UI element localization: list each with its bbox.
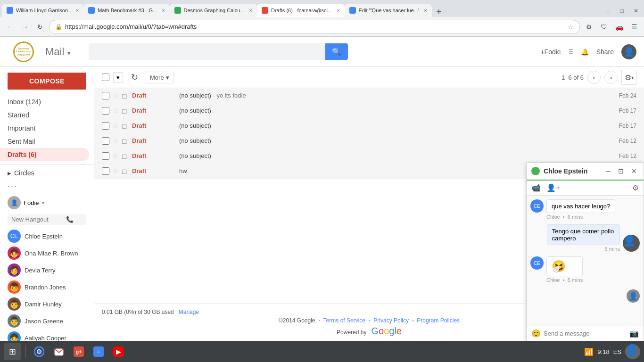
- hangout-phone-icon: 📞: [66, 216, 74, 223]
- program-link[interactable]: Program Policies: [417, 317, 460, 324]
- row-checkbox-5[interactable]: [102, 152, 109, 160]
- tab-close-1[interactable]: ×: [76, 8, 79, 13]
- more-btn[interactable]: More ▾: [146, 72, 173, 83]
- forward-btn[interactable]: →: [19, 21, 31, 33]
- user-avatar[interactable]: 👤: [621, 44, 636, 59]
- chat-close-btn[interactable]: ✕: [629, 166, 639, 176]
- settings-gear-btn[interactable]: ⚙ ▾: [621, 70, 636, 85]
- contact-aaliyah[interactable]: 👧 Aaliyah Cooper: [5, 329, 89, 341]
- tab-favicon-4: [262, 7, 268, 14]
- maximize-btn[interactable]: □: [616, 5, 628, 17]
- close-window-btn[interactable]: ✕: [630, 5, 642, 17]
- refresh-btn[interactable]: ↻: [127, 70, 142, 85]
- compose-button[interactable]: COMPOSE: [8, 73, 86, 90]
- sidebar-item-starred[interactable]: Starred: [0, 108, 89, 122]
- chat-minimize-btn[interactable]: ─: [604, 166, 612, 176]
- tab-2[interactable]: Math Benchmark #3 - G... ×: [83, 4, 169, 17]
- tab-close-3[interactable]: ×: [249, 8, 252, 13]
- manage-link[interactable]: Manage: [179, 309, 199, 315]
- tab-4[interactable]: Drafts (6) - fcamara@sci... ×: [257, 4, 345, 17]
- row-checkbox-3[interactable]: [102, 122, 109, 130]
- email-row[interactable]: ☆ ◻ Draft (no subject) Feb 12: [94, 148, 644, 164]
- bookmark-star-icon[interactable]: ☆: [568, 23, 574, 31]
- extensions-btn[interactable]: ⚙: [583, 21, 595, 33]
- search-input[interactable]: [89, 44, 325, 59]
- star-icon-6[interactable]: ☆: [112, 166, 119, 175]
- star-icon-4[interactable]: ☆: [112, 136, 119, 145]
- chat-message-input[interactable]: [544, 330, 627, 337]
- tab-5[interactable]: Edit '"Que vas hacer lue...' ×: [345, 4, 432, 17]
- terms-link[interactable]: Terms of Service: [323, 317, 365, 324]
- browser-controls: ← → ↻ 🔒 https://mail.google.com/mail/u/0…: [0, 17, 644, 37]
- chat-camera-btn[interactable]: 📷: [629, 329, 639, 338]
- row-checkbox-4[interactable]: [102, 137, 109, 145]
- sidebar-item-inbox[interactable]: Inbox (124): [0, 95, 89, 108]
- star-icon-5[interactable]: ☆: [112, 151, 119, 160]
- email-row[interactable]: ☆ ◻ Draft (no subject) Feb 12: [94, 133, 644, 148]
- star-icon-1[interactable]: ☆: [112, 91, 119, 100]
- tab-close-2[interactable]: ×: [162, 8, 165, 13]
- contact-damir[interactable]: 👨 Damir Hunley: [5, 296, 89, 313]
- tab-close-4[interactable]: ×: [337, 8, 339, 13]
- tag-icon-1[interactable]: ◻: [122, 92, 127, 99]
- settings-btn[interactable]: ☰: [628, 21, 640, 33]
- sidebar-item-important[interactable]: Important: [0, 122, 89, 135]
- back-btn[interactable]: ←: [4, 21, 16, 33]
- search-input-wrap: 🔍: [89, 43, 348, 60]
- new-hangout-input[interactable]: [11, 216, 63, 223]
- star-icon-2[interactable]: ☆: [112, 106, 119, 115]
- add-person-btn[interactable]: 👤+: [545, 182, 561, 193]
- shield-icon[interactable]: 🛡: [598, 21, 610, 33]
- tag-icon-2[interactable]: ◻: [122, 107, 127, 115]
- bubble-emoji-3: 🤧: [546, 256, 583, 276]
- tag-icon-6[interactable]: ◻: [122, 167, 127, 175]
- tag-icon-3[interactable]: ◻: [122, 122, 127, 130]
- next-page-btn[interactable]: ›: [604, 71, 618, 84]
- new-tab-btn[interactable]: +: [434, 7, 445, 17]
- email-row[interactable]: ☆ ◻ Draft (no subject) - yo its fodie Fe…: [94, 88, 644, 103]
- reload-btn[interactable]: ↻: [34, 21, 46, 33]
- contact-ona[interactable]: 👧 Ona Miae R. Brown: [5, 245, 89, 262]
- star-icon-3[interactable]: ☆: [112, 121, 119, 130]
- tab-1[interactable]: William Lloyd Garrison - ×: [2, 4, 83, 17]
- email-row[interactable]: ☆ ◻ Draft (no subject) Feb 17: [94, 118, 644, 133]
- aaliyah-avatar: 👧: [8, 331, 21, 341]
- date-5: Feb 12: [619, 153, 636, 159]
- video-call-btn[interactable]: 📹: [530, 182, 542, 193]
- new-hangout-field[interactable]: 📞: [8, 214, 86, 225]
- row-checkbox-6[interactable]: [102, 167, 109, 175]
- contact-devia[interactable]: 👩 Devia Terry: [5, 262, 89, 279]
- sidebar-item-drafts[interactable]: Drafts (6): [0, 148, 89, 161]
- prev-page-btn[interactable]: ‹: [587, 71, 601, 84]
- chat-messages: CE que vas hacer leugo? Chloe • 6 mins T…: [527, 196, 644, 326]
- chat-popout-btn[interactable]: ⊡: [616, 166, 626, 176]
- contact-jason[interactable]: 👨 Jason Greene: [5, 313, 89, 329]
- share-btn[interactable]: Share: [596, 48, 614, 56]
- mail-dropdown-btn[interactable]: ▼: [66, 50, 72, 57]
- tab-3[interactable]: Desmos Graphing Calcu... ×: [170, 4, 257, 17]
- fodie-item[interactable]: 👤 Fodie ▾: [5, 194, 89, 211]
- select-all-checkbox[interactable]: [102, 74, 109, 81]
- contact-brandon[interactable]: 👦 Brandon Jones: [5, 279, 89, 296]
- apps-grid-btn[interactable]: ⠿: [569, 48, 573, 56]
- privacy-link[interactable]: Privacy Policy: [373, 317, 409, 324]
- email-row[interactable]: ☆ ◻ Draft (no subject) Feb 17: [94, 103, 644, 118]
- minimize-btn[interactable]: ─: [602, 5, 614, 17]
- contact-chloe[interactable]: CE Chloe Epstein: [5, 228, 89, 245]
- sidebar-item-circles[interactable]: ▶ Circles: [0, 167, 94, 179]
- tag-icon-4[interactable]: ◻: [122, 137, 127, 145]
- notifications-btn[interactable]: 🔔: [581, 48, 589, 56]
- chat-settings-btn[interactable]: ⚙: [631, 182, 640, 193]
- tab-close-5[interactable]: ×: [424, 8, 427, 13]
- more-dots[interactable]: ...: [0, 179, 94, 190]
- google-plus-btn[interactable]: +Fodie: [540, 48, 561, 56]
- car-icon[interactable]: 🚗: [613, 21, 625, 33]
- row-checkbox-2[interactable]: [102, 107, 109, 115]
- select-dropdown-btn[interactable]: ▾: [113, 72, 123, 83]
- header-actions: +Fodie ⠿ 🔔 Share 👤: [540, 44, 636, 59]
- tag-icon-5[interactable]: ◻: [122, 152, 127, 160]
- sidebar-item-sent[interactable]: Sent Mail: [0, 135, 89, 148]
- row-checkbox-1[interactable]: [102, 92, 109, 99]
- search-button[interactable]: 🔍: [325, 43, 348, 60]
- address-bar[interactable]: 🔒 https://mail.google.com/mail/u/0/?tab=…: [49, 20, 580, 34]
